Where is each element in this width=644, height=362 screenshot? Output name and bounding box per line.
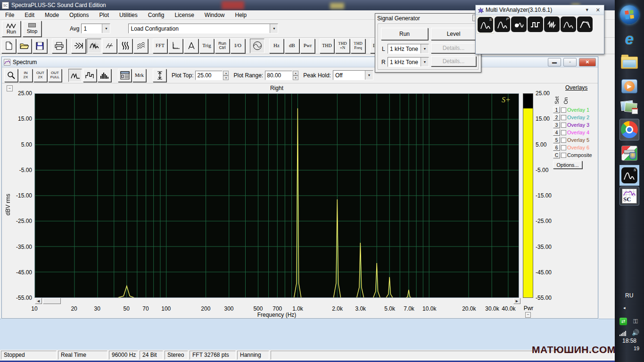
scale-button[interactable] — [168, 39, 183, 53]
clock-date-partial[interactable]: 19 — [634, 346, 639, 351]
menu-item[interactable]: File — [0, 11, 19, 19]
overlays-options-button[interactable]: Options... — [553, 161, 582, 169]
run-control-button[interactable]: Run Ctrl — [215, 39, 230, 53]
hz-button[interactable]: Hz — [269, 39, 284, 53]
thd-n-button[interactable]: THD +N — [335, 39, 350, 53]
plot-range-spinner[interactable]: ▲▼ — [293, 71, 298, 80]
overlay-on-checkbox[interactable] — [561, 123, 566, 128]
viranalyzer-taskbar-button[interactable]: S — [619, 165, 639, 186]
avg-combobox[interactable]: 1 ▼ — [81, 24, 110, 33]
right-signal-combobox[interactable]: 1 kHz Tone ▼ — [388, 57, 429, 67]
plot-top-spinner[interactable]: ▲▼ — [223, 71, 229, 80]
spectraplus-taskbar-button[interactable]: SC — [619, 187, 639, 206]
step-plot-button[interactable] — [83, 69, 97, 82]
menu-item[interactable]: Mode — [40, 11, 64, 19]
zoom-out-full-button[interactable]: OUT FULL — [48, 69, 62, 82]
waveform-view-button[interactable] — [102, 39, 117, 53]
left-signal-combobox[interactable]: 1 kHz Tone ▼ — [388, 44, 429, 54]
spectrum-s-button[interactable]: S — [477, 16, 494, 33]
restore-button[interactable]: ▫ — [563, 58, 577, 66]
scroll-right-icon[interactable]: ▶ — [513, 298, 520, 304]
chevron-down-icon[interactable]: ▼ — [365, 71, 373, 80]
overlay-on-checkbox[interactable] — [561, 153, 566, 158]
spectrum-button[interactable] — [561, 16, 576, 32]
generator-level-button[interactable]: Level — [431, 28, 476, 40]
marker-button[interactable]: Mrk — [132, 69, 146, 82]
bar-plot-button[interactable] — [98, 69, 111, 82]
left-details-button[interactable]: Details... — [431, 43, 476, 53]
menu-item[interactable]: Window — [199, 11, 230, 19]
spectrum-view-button[interactable] — [87, 39, 101, 53]
overlay-on-checkbox[interactable] — [561, 138, 566, 143]
vertical-range-button[interactable] — [153, 69, 166, 82]
collapse-left-button[interactable]: − — [7, 85, 13, 91]
disk-utility-button[interactable] — [619, 143, 639, 163]
zoom-in-2x-button[interactable]: IN 2X — [19, 69, 33, 82]
menu-item[interactable]: Help — [230, 11, 252, 19]
network-signal-icon[interactable] — [619, 330, 627, 337]
chevron-down-icon[interactable]: ▼ — [421, 58, 429, 66]
print-button[interactable] — [52, 39, 66, 53]
fast-forward-button[interactable] — [71, 39, 86, 53]
plot-scrollbar[interactable]: ◀ ▶ — [35, 298, 520, 304]
spectrogram-view-button[interactable] — [118, 39, 132, 53]
save-button[interactable] — [33, 39, 47, 53]
overlay-set-button[interactable]: 4 — [553, 129, 560, 136]
overlay-set-button[interactable]: 6 — [553, 144, 560, 151]
file-explorer-button[interactable] — [619, 53, 639, 73]
chevron-down-icon[interactable]: ▼ — [582, 8, 592, 12]
chevron-down-icon[interactable]: ▼ — [421, 44, 429, 53]
peak-hold-combobox[interactable]: Off ▼ — [333, 70, 373, 80]
line-plot-button[interactable] — [68, 69, 82, 82]
db-button[interactable]: dB — [285, 39, 299, 53]
menu-item[interactable]: Config — [143, 11, 170, 19]
square-wave-button[interactable] — [528, 16, 543, 32]
start-button[interactable] — [619, 5, 639, 25]
spectrum-plot[interactable] — [34, 93, 519, 298]
volume-icon[interactable]: 🔊 — [632, 329, 639, 337]
signal-wave-button[interactable] — [511, 16, 527, 32]
photo-viewer-button[interactable] — [619, 97, 639, 117]
plot-range-input[interactable] — [265, 71, 292, 80]
chevron-down-icon[interactable]: ▼ — [270, 24, 278, 33]
spectrum-titlebar[interactable]: Spectrum ▬ ▫ ✕ — [2, 57, 598, 67]
sync-tray-icon[interactable]: ⇄ — [619, 318, 627, 325]
overlay-set-button[interactable]: 3 — [553, 122, 560, 128]
overlay-set-button[interactable]: 2 — [553, 114, 560, 121]
spectrum-p-button[interactable]: P — [495, 16, 510, 32]
overlay-on-checkbox[interactable] — [561, 115, 566, 120]
overlay-on-checkbox[interactable] — [561, 145, 566, 150]
menu-item[interactable]: Options — [64, 11, 94, 19]
close-button[interactable]: ✕ — [579, 58, 596, 66]
overlay-set-button[interactable]: 5 — [553, 137, 560, 143]
generator-run-button[interactable]: Run — [381, 28, 428, 40]
trigger-button[interactable]: Trig — [199, 39, 214, 53]
stop-button[interactable]: Stop — [23, 21, 41, 37]
menu-item[interactable]: Plot — [94, 11, 114, 19]
menu-item[interactable]: Edit — [19, 11, 40, 19]
pwr-button[interactable]: Pwr — [300, 39, 315, 53]
language-indicator[interactable]: RU — [625, 292, 633, 299]
fft-button[interactable]: FFT — [153, 39, 167, 53]
thd-freq-button[interactable]: THD Freq — [351, 39, 365, 53]
right-details-button[interactable]: Details... — [431, 56, 476, 66]
collapse-power-button[interactable]: − — [525, 312, 531, 318]
thd-button[interactable]: THD — [320, 39, 334, 53]
signal-generator-button[interactable] — [250, 39, 264, 53]
menu-item[interactable]: License — [169, 11, 199, 19]
caliper-button[interactable] — [184, 39, 198, 53]
dual-wave-button[interactable] — [544, 16, 560, 32]
minimize-button[interactable]: ▬ — [548, 58, 561, 66]
load-configuration-combobox[interactable]: Load Configuration ▼ — [128, 24, 278, 33]
close-icon[interactable]: ✕ — [594, 7, 602, 13]
overlay-set-button[interactable]: 1 — [553, 107, 560, 113]
signal-generator-title[interactable]: Signal Generator — [375, 14, 481, 23]
viranalyzer-titlebar[interactable]: Multi VirAnalyzer(3.10.6.1) ▼ ✕ — [476, 5, 604, 15]
plot-top-input[interactable] — [195, 71, 223, 80]
zoom-button[interactable] — [4, 69, 18, 82]
menu-item[interactable]: Utilities — [114, 11, 143, 19]
internet-explorer-button[interactable]: e — [619, 29, 639, 49]
io-button[interactable]: I/O — [231, 39, 245, 53]
bandpass-button[interactable] — [577, 16, 593, 32]
overlay-on-checkbox[interactable] — [561, 130, 566, 135]
